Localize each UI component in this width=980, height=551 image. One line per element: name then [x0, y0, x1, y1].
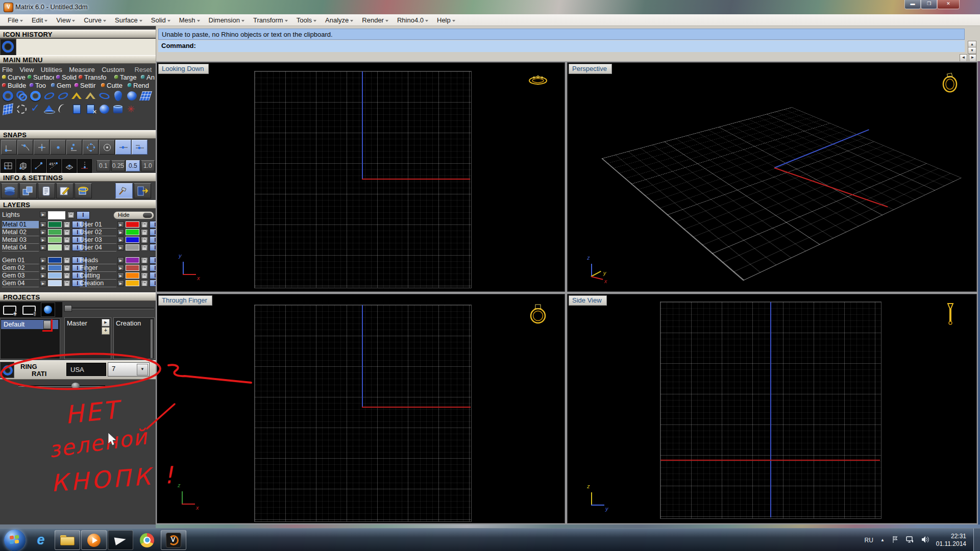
viewport-through-finger[interactable]: Through Finger z x: [157, 294, 565, 523]
project-sphere-button[interactable]: [41, 303, 55, 317]
snap-value-0.25[interactable]: 0.25: [111, 160, 125, 171]
menu-file[interactable]: File: [5, 15, 26, 25]
layer-color-swatch[interactable]: [48, 280, 62, 286]
menu-help[interactable]: Help: [434, 15, 458, 25]
layer-color-swatch[interactable]: [126, 244, 139, 251]
menu-rhino40[interactable]: Rhino4.0: [395, 15, 431, 25]
sphere-tool-icon[interactable]: [98, 103, 111, 115]
layer-expand-icon[interactable]: ▶: [40, 272, 46, 279]
layer-lock-icon[interactable]: [141, 280, 148, 287]
layer-name[interactable]: Metal 01: [2, 221, 39, 229]
menu-transform[interactable]: Transform: [251, 15, 290, 25]
history-back-icon[interactable]: ◄: [960, 54, 967, 62]
viewport-looking-down[interactable]: Looking Down y x: [157, 62, 565, 292]
tray-expand-icon[interactable]: ▲: [880, 538, 885, 542]
snap-value-1.0[interactable]: 1.0: [141, 160, 155, 171]
layer-name[interactable]: Lights: [2, 211, 39, 218]
layer-expand-icon[interactable]: ▶: [117, 272, 124, 279]
band2-tool-icon[interactable]: [57, 90, 69, 102]
start-button[interactable]: [4, 530, 26, 551]
layer-color-swatch[interactable]: [48, 237, 62, 243]
viewport-side-view[interactable]: Side View z y: [567, 294, 977, 523]
layer-color-swatch[interactable]: [48, 221, 62, 228]
viewport-label[interactable]: Perspective: [569, 64, 612, 74]
select-circle-tool-icon[interactable]: [15, 103, 28, 115]
axis-snap-icon[interactable]: [78, 159, 92, 173]
layer-name[interactable]: Gem 04: [2, 280, 39, 287]
layer-visibility-toggle[interactable]: I: [150, 264, 156, 271]
hide-toggle[interactable]: Hide: [113, 211, 154, 219]
taskbar-explorer-button[interactable]: [55, 530, 80, 550]
minimize-button[interactable]: ▬: [904, 0, 921, 9]
layer-expand-icon[interactable]: ▶: [40, 221, 46, 228]
layer-expand-icon[interactable]: ▶: [40, 211, 46, 217]
gold-triangle-tool-icon[interactable]: [70, 90, 83, 102]
snap-mid-icon[interactable]: [50, 140, 66, 155]
layer-expand-icon[interactable]: ▶: [117, 237, 124, 243]
layer-expand-icon[interactable]: ▶: [40, 237, 46, 243]
snap-end-icon[interactable]: [1, 140, 17, 155]
layer-expand-icon[interactable]: ▶: [40, 257, 46, 263]
taskbar-send-app-button[interactable]: [108, 530, 133, 550]
multi-ring-tool-icon[interactable]: [15, 90, 28, 102]
ring-size-slider[interactable]: [18, 383, 105, 389]
render-flower-tool-icon[interactable]: [126, 103, 138, 115]
new-project-folder-icon[interactable]: [2, 304, 17, 316]
menu-dimension[interactable]: Dimension: [206, 15, 247, 25]
snap-value-0.1[interactable]: 0.1: [96, 160, 110, 171]
tab-view[interactable]: View: [19, 66, 34, 73]
taskbar-matrix-button[interactable]: V: [161, 530, 186, 550]
layer-name[interactable]: Creation: [80, 280, 116, 287]
command-prompt-row[interactable]: Command:: [158, 40, 965, 52]
layer-visibility-toggle[interactable]: I: [150, 221, 156, 228]
gray-triangle-tool-icon[interactable]: [84, 90, 97, 102]
layer-name[interactable]: Metal 02: [2, 229, 39, 236]
snap-quad-icon[interactable]: [132, 140, 148, 155]
menu-tools[interactable]: Tools: [294, 15, 319, 25]
layer-expand-icon[interactable]: ▶: [40, 280, 46, 286]
language-indicator[interactable]: RU: [865, 537, 873, 544]
layer-name[interactable]: User 04: [80, 244, 116, 252]
category-surface[interactable]: Surface: [26, 73, 54, 81]
ring-slider-thumb[interactable]: [71, 383, 80, 389]
layer-expand-icon[interactable]: ▶: [117, 257, 124, 263]
layer-lock-icon[interactable]: [63, 265, 70, 271]
hide-toggle-knob[interactable]: [143, 213, 152, 218]
category-gems[interactable]: Gem: [49, 81, 72, 89]
bucket-tool-icon[interactable]: [112, 103, 125, 115]
layer-visibility-toggle[interactable]: I: [150, 244, 156, 251]
ring-tool-slot[interactable]: [0, 362, 14, 378]
layer-color-swatch[interactable]: [126, 280, 139, 286]
layer-lock-icon[interactable]: [141, 244, 148, 251]
angle-45-icon[interactable]: 45°: [47, 159, 61, 173]
layer-visibility-toggle[interactable]: I: [150, 272, 156, 279]
category-an[interactable]: An: [139, 73, 155, 81]
layer-color-swatch[interactable]: [48, 272, 62, 279]
volume-icon[interactable]: [921, 536, 929, 545]
layer-color-swatch[interactable]: [126, 265, 139, 271]
command-spin-down-icon[interactable]: ▼: [968, 47, 976, 54]
mesh-tool-icon[interactable]: [139, 90, 152, 102]
layer-visibility-toggle[interactable]: I: [150, 280, 156, 287]
layer-name[interactable]: Gem 02: [2, 264, 39, 272]
maximize-button[interactable]: ❒: [921, 0, 937, 9]
layer-lock-icon[interactable]: [63, 221, 70, 228]
layer-expand-icon[interactable]: ▶: [117, 280, 124, 286]
planar-line-icon[interactable]: [32, 159, 46, 173]
panel-close-tool-icon[interactable]: [84, 103, 97, 115]
layer-expand-icon[interactable]: ▶: [117, 221, 124, 228]
tab-utilities[interactable]: Utilities: [41, 66, 62, 73]
layer-expand-icon[interactable]: ▶: [117, 244, 124, 251]
snap-int-icon[interactable]: [83, 140, 99, 155]
show-desktop-button[interactable]: [973, 529, 980, 551]
history-forward-icon[interactable]: ►: [969, 54, 976, 62]
layer-expand-icon[interactable]: ▶: [40, 265, 46, 271]
projects-slider[interactable]: [64, 306, 154, 310]
ring-size-dropdown[interactable]: 7 ▼: [108, 362, 150, 377]
creation-scrollbar[interactable]: [150, 319, 154, 359]
master-expand-icon[interactable]: ▶: [102, 319, 110, 327]
history-scroll-icon[interactable]: [38, 183, 55, 198]
category-tools[interactable]: Too: [28, 81, 49, 89]
layer-visibility-toggle[interactable]: I: [150, 257, 156, 264]
plane-tool-icon[interactable]: [1, 102, 15, 117]
